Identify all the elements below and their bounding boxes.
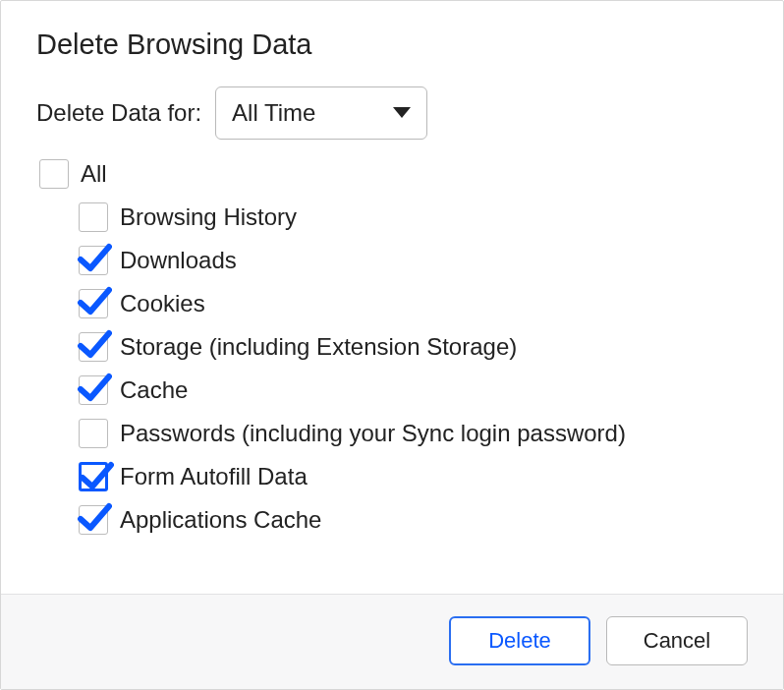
checkbox-row: Applications Cache xyxy=(76,505,748,535)
checkbox[interactable] xyxy=(79,246,108,275)
time-range-row: Delete Data for: All Time xyxy=(36,86,748,140)
time-range-value: All Time xyxy=(232,99,315,127)
checkmark-icon xyxy=(77,371,112,406)
checkbox-all[interactable] xyxy=(39,159,69,189)
checkbox[interactable] xyxy=(79,505,108,535)
dialog-title: Delete Browsing Data xyxy=(36,29,748,61)
checkmark-icon xyxy=(77,327,112,363)
data-type-list: Browsing HistoryDownloadsCookiesStorage … xyxy=(36,202,748,535)
checkmark-icon xyxy=(77,241,112,276)
delete-browsing-data-dialog: Delete Browsing Data Delete Data for: Al… xyxy=(0,0,784,690)
checkbox-label[interactable]: Storage (including Extension Storage) xyxy=(120,333,517,361)
checkbox[interactable] xyxy=(79,289,108,318)
cancel-button[interactable]: Cancel xyxy=(606,616,748,665)
checkbox-row: Passwords (including your Sync login pas… xyxy=(76,419,748,448)
checkbox-row: Form Autofill Data xyxy=(76,462,748,491)
checkbox[interactable] xyxy=(79,375,108,405)
checkbox-label[interactable]: Form Autofill Data xyxy=(120,463,308,490)
delete-button[interactable]: Delete xyxy=(449,616,590,665)
checkbox-row: Cache xyxy=(76,375,748,405)
time-range-label: Delete Data for: xyxy=(36,99,201,127)
checkbox-row: Cookies xyxy=(76,289,748,318)
checkbox[interactable] xyxy=(79,332,108,362)
checkbox-label[interactable]: Passwords (including your Sync login pas… xyxy=(120,420,626,447)
checkbox-label[interactable]: Cookies xyxy=(120,290,205,317)
checkbox-row: Downloads xyxy=(76,246,748,275)
checkbox-label[interactable]: Downloads xyxy=(120,247,237,274)
dialog-footer: Delete Cancel xyxy=(1,594,783,689)
checkmark-icon xyxy=(77,284,112,319)
checkbox-row: Browsing History xyxy=(76,202,748,232)
checkbox-label-all[interactable]: All xyxy=(81,160,107,188)
checkbox-label[interactable]: Browsing History xyxy=(120,203,297,231)
time-range-select[interactable]: All Time xyxy=(215,86,427,140)
checkbox-row: Storage (including Extension Storage) xyxy=(76,332,748,362)
checkmark-icon xyxy=(77,500,112,536)
dialog-body: Delete Browsing Data Delete Data for: Al… xyxy=(1,1,783,594)
chevron-down-icon xyxy=(393,107,411,118)
checkbox[interactable] xyxy=(79,202,108,232)
checkbox-row-all: All xyxy=(36,159,748,189)
checkbox[interactable] xyxy=(79,462,108,491)
checkbox-label[interactable]: Cache xyxy=(120,376,188,404)
checkbox-label[interactable]: Applications Cache xyxy=(120,506,321,534)
checkmark-icon xyxy=(79,459,114,494)
checkbox[interactable] xyxy=(79,419,108,448)
